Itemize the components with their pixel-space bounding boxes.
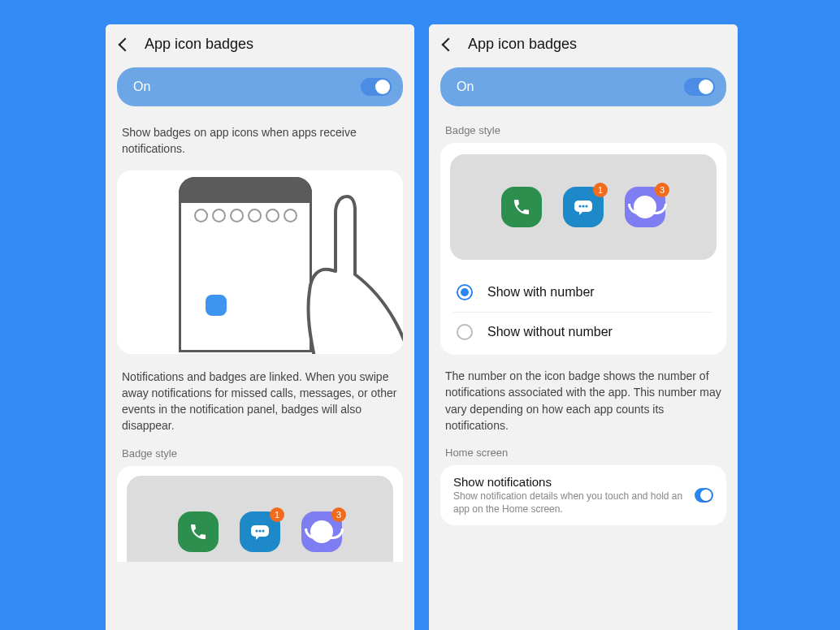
svg-point-2 [258,529,261,532]
badge-count: 1 [270,507,284,522]
badge-style-card: 1 3 Show with number Show without number [440,143,726,355]
master-toggle-bar[interactable]: On [440,67,726,106]
back-icon[interactable] [119,37,132,51]
app-dot-icon [206,295,227,316]
badge-count: 3 [655,183,669,197]
browser-app-icon: 3 [301,511,342,552]
radio-icon [457,284,473,300]
titlebar: App icon badges [429,24,738,63]
messages-app-icon: 1 [240,511,280,552]
svg-point-7 [585,205,587,207]
radio-label: Show without number [487,325,613,339]
phone-app-icon [501,187,542,227]
content-area: On Badge style 1 3 [429,63,738,630]
show-notifications-switch[interactable] [695,488,713,503]
badge-preview-card: 1 3 [117,466,403,562]
hand-icon [262,177,403,354]
description-bottom: Notifications and badges are linked. Whe… [117,369,403,434]
master-toggle-switch[interactable] [361,78,392,96]
section-badge-style: Badge style [440,124,726,143]
page-title: App icon badges [468,36,577,53]
svg-point-5 [578,205,581,207]
radio-icon [457,324,473,340]
section-badge-style: Badge style [117,447,403,466]
master-toggle-bar[interactable]: On [117,67,403,106]
svg-point-6 [582,205,584,207]
radio-label: Show with number [487,285,595,300]
illustration-card [117,170,403,354]
master-toggle-label: On [457,80,474,94]
phone-app-icon [178,511,219,552]
browser-app-icon: 3 [625,187,665,227]
master-toggle-switch[interactable] [684,78,715,96]
description-badge-style: The number on the icon badge shows the n… [440,368,726,434]
screenshot-right: App icon badges On Badge style 1 3 [429,24,738,630]
badge-preview-row: 1 3 [127,476,393,562]
badge-count: 3 [331,507,346,522]
svg-point-3 [262,529,264,532]
master-toggle-label: On [133,80,150,94]
section-home-screen: Home screen [440,447,726,465]
row-title: Show notifications [453,475,685,489]
svg-point-1 [255,529,258,532]
page-title: App icon badges [145,36,253,53]
radio-group: Show with number Show without number [440,273,726,352]
description-top: Show badges on app icons when apps recei… [117,124,403,158]
badge-count: 1 [593,183,608,197]
row-subtitle: Show notification details when you touch… [453,490,685,516]
screenshot-left: App icon badges On Show badges on app ic… [106,24,414,630]
radio-show-without-number[interactable]: Show without number [453,312,713,352]
content-area: On Show badges on app icons when apps re… [106,63,414,630]
messages-app-icon: 1 [563,187,604,227]
badge-preview-row: 1 3 [450,154,717,260]
titlebar: App icon badges [106,24,414,63]
show-notifications-row[interactable]: Show notifications Show notification det… [440,465,726,525]
back-icon[interactable] [442,37,456,51]
radio-show-with-number[interactable]: Show with number [453,273,713,312]
